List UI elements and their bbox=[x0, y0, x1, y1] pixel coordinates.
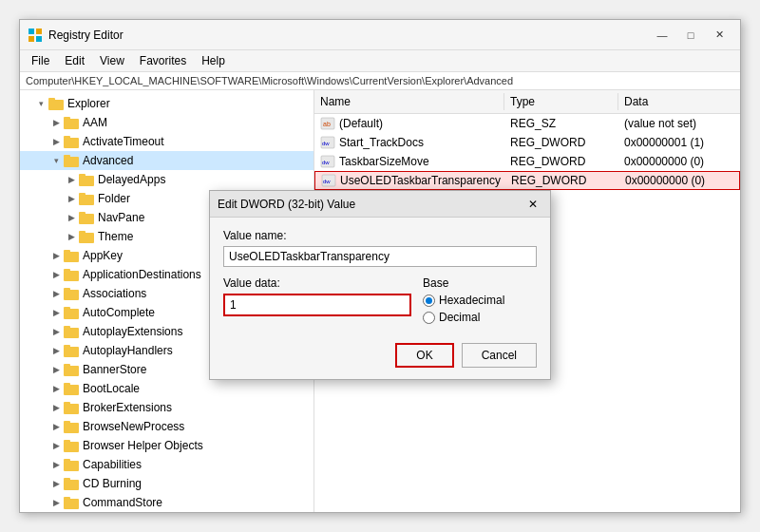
row-type-default: REG_SZ bbox=[504, 117, 618, 130]
table-row-highlighted[interactable]: dw UseOLEDTaskbarTransparency REG_DWORD … bbox=[314, 171, 740, 190]
svg-rect-6 bbox=[64, 119, 79, 129]
svg-rect-8 bbox=[64, 138, 79, 148]
tree-item-commandstore[interactable]: ▶ CommandStore bbox=[20, 493, 314, 512]
menu-view[interactable]: View bbox=[92, 52, 132, 69]
table-row[interactable]: ab (Default) REG_SZ (value not set) bbox=[314, 114, 740, 133]
hexadecimal-radio-btn[interactable] bbox=[423, 294, 435, 307]
tree-label-autocomplete: AutoComplete bbox=[83, 306, 155, 319]
tree-item-browserhelperobjects[interactable]: ▶ Browser Helper Objects bbox=[20, 436, 314, 455]
svg-rect-33 bbox=[64, 364, 70, 367]
tree-label-aam: AAM bbox=[83, 116, 107, 129]
dw-icon: dw bbox=[320, 136, 335, 149]
row-data-default: (value not set) bbox=[618, 117, 740, 130]
expand-icon-theme: ▶ bbox=[66, 231, 77, 242]
decimal-label: Decimal bbox=[439, 311, 480, 324]
menu-favorites[interactable]: Favorites bbox=[132, 52, 194, 69]
app-icon bbox=[28, 28, 43, 43]
tree-item-delayedapps[interactable]: ▶ DelayedApps bbox=[20, 170, 314, 189]
header-data[interactable]: Data bbox=[618, 93, 740, 110]
ok-button[interactable]: OK bbox=[395, 343, 453, 368]
tree-label-capabilities: Capabilities bbox=[83, 458, 142, 471]
menu-file[interactable]: File bbox=[24, 52, 57, 69]
folder-icon-appkey bbox=[64, 249, 79, 262]
value-data-section: Value data: bbox=[223, 276, 411, 324]
row-data-useoled: 0x00000000 (0) bbox=[619, 174, 739, 187]
value-data-input[interactable] bbox=[223, 294, 411, 316]
folder-icon-folder bbox=[79, 192, 94, 205]
svg-rect-30 bbox=[64, 347, 79, 357]
tree-item-browsenewprocess[interactable]: ▶ BrowseNewProcess bbox=[20, 417, 314, 436]
svg-rect-42 bbox=[64, 461, 79, 471]
tree-item-brokerextensions[interactable]: ▶ BrokerExtensions bbox=[20, 398, 314, 417]
table-row[interactable]: dw Start_TrackDocs REG_DWORD 0x00000001 … bbox=[314, 133, 740, 152]
tree-item-activatetimeout[interactable]: ▶ ActivateTimeout bbox=[20, 132, 314, 151]
value-name-input[interactable] bbox=[223, 246, 537, 267]
tree-label-appkey: AppKey bbox=[83, 249, 123, 262]
svg-rect-9 bbox=[64, 136, 70, 139]
dialog-footer: OK Cancel bbox=[210, 335, 550, 379]
folder-icon-browserhelperobjects bbox=[64, 439, 79, 452]
svg-rect-46 bbox=[64, 499, 79, 509]
dw-icon2: dw bbox=[320, 155, 335, 168]
svg-text:dw: dw bbox=[323, 179, 331, 184]
svg-rect-31 bbox=[64, 345, 70, 348]
menu-bar: File Edit View Favorites Help bbox=[20, 50, 740, 72]
expand-icon: ▾ bbox=[35, 98, 47, 109]
tree-item-capabilities[interactable]: ▶ Capabilities bbox=[20, 455, 314, 474]
list-header: Name Type Data bbox=[314, 90, 740, 114]
svg-rect-39 bbox=[64, 421, 70, 424]
dialog-close-button[interactable]: ✕ bbox=[523, 195, 542, 214]
tree-label-browsenewprocess: BrowseNewProcess bbox=[83, 420, 184, 433]
header-type[interactable]: Type bbox=[504, 93, 618, 110]
svg-rect-10 bbox=[64, 157, 79, 167]
tree-label-autoplayhandlers: AutoplayHandlers bbox=[83, 344, 173, 357]
row-name-trackdocs: Start_TrackDocs bbox=[339, 136, 424, 149]
svg-rect-14 bbox=[79, 195, 94, 205]
maximize-button[interactable]: □ bbox=[677, 26, 704, 45]
header-name[interactable]: Name bbox=[314, 93, 504, 110]
tree-label-brokerextensions: BrokerExtensions bbox=[83, 401, 172, 414]
tree-label-explorer: Explorer bbox=[67, 97, 110, 110]
decimal-radio[interactable]: Decimal bbox=[423, 311, 537, 324]
svg-rect-0 bbox=[28, 28, 34, 34]
tree-item-explorer[interactable]: ▾ Explorer bbox=[20, 94, 314, 113]
address-bar: Computer\HKEY_LOCAL_MACHINE\SOFTWARE\Mic… bbox=[20, 72, 740, 90]
decimal-radio-btn[interactable] bbox=[423, 312, 435, 324]
svg-rect-21 bbox=[64, 250, 70, 253]
svg-rect-41 bbox=[64, 440, 70, 443]
dialog-title-bar: Edit DWORD (32-bit) Value ✕ bbox=[210, 191, 550, 218]
expand-icon-autoplayhandlers: ▶ bbox=[50, 345, 62, 356]
folder-icon-cdburning bbox=[64, 477, 79, 490]
close-button[interactable]: ✕ bbox=[706, 26, 732, 45]
expand-icon-folder: ▶ bbox=[66, 193, 77, 204]
table-row[interactable]: dw TaskbarSizeMove REG_DWORD 0x00000000 … bbox=[314, 152, 740, 171]
address-path: Computer\HKEY_LOCAL_MACHINE\SOFTWARE\Mic… bbox=[26, 75, 513, 86]
svg-rect-28 bbox=[64, 328, 79, 338]
folder-icon-delayedapps bbox=[79, 173, 94, 186]
minimize-button[interactable]: — bbox=[649, 26, 675, 45]
tree-item-cdburning[interactable]: ▶ CD Burning bbox=[20, 474, 314, 493]
tree-label-delayedapps: DelayedApps bbox=[98, 173, 165, 186]
folder-icon-autoplayhandlers bbox=[64, 344, 79, 357]
tree-label-commandstore: CommandStore bbox=[83, 496, 162, 509]
window-title: Registry Editor bbox=[48, 28, 649, 42]
hexadecimal-radio[interactable]: Hexadecimal bbox=[423, 294, 537, 307]
tree-item-aam[interactable]: ▶ AAM bbox=[20, 113, 314, 132]
row-type-trackdocs: REG_DWORD bbox=[504, 136, 618, 149]
expand-icon-brokerextensions: ▶ bbox=[50, 402, 62, 413]
svg-rect-35 bbox=[64, 383, 70, 386]
dialog-row: Value data: Base Hexadecimal bbox=[223, 276, 537, 324]
folder-icon-associations bbox=[64, 287, 79, 300]
menu-help[interactable]: Help bbox=[194, 52, 233, 69]
svg-text:ab: ab bbox=[323, 121, 331, 127]
tree-item-bootlocale[interactable]: ▶ BootLocale bbox=[20, 379, 314, 398]
ab-icon: ab bbox=[320, 117, 335, 130]
cancel-button[interactable]: Cancel bbox=[462, 343, 537, 368]
tree-label-bannerstore: BannerStore bbox=[83, 363, 146, 376]
dialog-title-text: Edit DWORD (32-bit) Value bbox=[218, 198, 355, 211]
tree-item-advanced[interactable]: ▾ Advanced bbox=[20, 151, 314, 170]
tree-label-bootlocale: BootLocale bbox=[83, 382, 140, 395]
menu-edit[interactable]: Edit bbox=[57, 52, 92, 69]
svg-rect-22 bbox=[64, 271, 79, 281]
value-name-label: Value name: bbox=[223, 229, 537, 242]
